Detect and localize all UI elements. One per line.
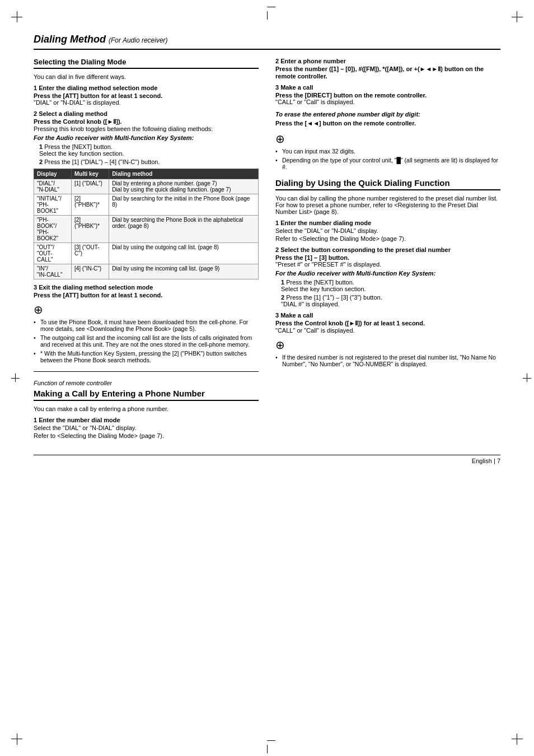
rc-section1-notes: You can input max 32 digits. Depending o… <box>275 148 500 170</box>
function-label: Function of remote controller <box>34 380 259 386</box>
rc-step-2: 2 Enter a phone number Press the number … <box>275 58 500 80</box>
right-column: 2 Enter a phone number Press the number … <box>275 58 500 444</box>
rc-section2-heading: Dialing by Using the Quick Dialing Funct… <box>275 178 500 190</box>
table-cell-method-1: Dial by entering a phone number. (page 7… <box>109 179 259 194</box>
rc-s2-step1-num: 1 <box>275 220 280 226</box>
rc-step2-title: Enter a phone number <box>280 58 346 64</box>
rc-s2-step2-num: 2 <box>275 246 280 253</box>
s2-step1-title: Enter the number dial mode <box>39 417 120 423</box>
table-header-method: Dialing method <box>109 169 259 179</box>
page-number: English | 7 <box>472 458 500 464</box>
rc-s2-step1-desc: Select the "DIAL" or "N-DIAL" display. <box>275 227 500 234</box>
note-item-1: To use the Phone Book, it must have been… <box>34 319 259 332</box>
step1-number: 1 <box>34 85 39 91</box>
step1-title: Enter the dialing method selection mode <box>39 85 157 91</box>
page-title: Dialing Method (For Audio receiver) <box>34 34 500 50</box>
rc-sub-2-2-num: 2 <box>281 294 286 301</box>
step1-quote: "DIAL" or "N-DIAL" is displayed. <box>34 99 121 106</box>
table-cell-display-1: "DIAL"/"N-DIAL" <box>34 179 72 194</box>
divider-1 <box>34 371 259 372</box>
table-row: "OUT"/"OUT-CALL" [3] ("OUT-C") Dial by u… <box>34 243 259 264</box>
sub-step-2-1-num: 1 <box>39 143 44 150</box>
step3-title: Exit the dialing method selection mode <box>39 284 153 291</box>
rc-step3-quote: "CALL" or "Call" is displayed. <box>275 99 355 105</box>
rc-s2-step3-action: Press the Control knob ([►Ⅱ]) for at lea… <box>275 320 500 327</box>
rc-sub-step-2-1: 1 Press the [NEXT] button. Select the ke… <box>281 279 500 292</box>
rc-s2-step2-substeps: 1 Press the [NEXT] button. Select the ke… <box>281 279 500 307</box>
note-icon-1: ⊕ <box>34 303 259 316</box>
table-cell-key-2: [2]("PHBK")* <box>71 194 109 216</box>
table-cell-key-5: [4] ("IN-C") <box>71 264 109 279</box>
rc-s2-step3-num: 3 <box>275 312 280 319</box>
step2-desc: Pressing this knob toggles between the f… <box>34 125 213 132</box>
erase-section: To erase the entered phone number digit … <box>275 111 500 127</box>
rc-note-1: You can input max 32 digits. <box>275 148 500 155</box>
section2-step-1: 1 Enter the number dial mode Select the … <box>34 417 259 439</box>
sub-step-2-1-desc: Select the key function section. <box>39 150 124 157</box>
step-3: 3 Exit the dialing method selection mode… <box>34 284 259 298</box>
note-icon-2: ⊕ <box>275 132 500 146</box>
left-column: Selecting the Dialing Mode You can dial … <box>34 58 259 444</box>
sub-step-2-1: 1 Press the [NEXT] button. Select the ke… <box>39 143 259 157</box>
rc-sub-step-2-2: 2 Press the [1] ("1") – [3] ("3") button… <box>281 294 500 307</box>
s2-step1-desc: Select the "DIAL" or "N-DIAL" display. <box>34 424 259 431</box>
step3-action: Press the [ATT] button for at least 1 se… <box>34 292 259 298</box>
table-header-display: Display <box>34 169 72 179</box>
table-row: "PH-BOOK"/"PH-BOOK2" [2]("PHBK")* Dial b… <box>34 216 259 243</box>
table-cell-method-3: Dial by searching the Phone Book in the … <box>109 216 259 243</box>
rc-s2-step2-quote: "Preset #" or "PRESET #" is displayed. <box>275 261 381 268</box>
note-item-3: * With the Multi-function Key System, pr… <box>34 350 259 363</box>
rc-section2-intro: You can dial by calling the phone number… <box>275 195 500 215</box>
step2-multi-note: For the Audio receiver with Multi-functi… <box>34 134 259 141</box>
title-subtitle: (For Audio receiver) <box>109 36 168 44</box>
erase-action: Press the [◄◄] button on the remote cont… <box>275 120 500 127</box>
rc-s2-step2-title: Select the button corresponding to the p… <box>280 246 451 253</box>
rc-s2-step3-quote: "CALL" or "Call" is displayed. <box>275 327 355 334</box>
sub-step-2-1-label: Press the [NEXT] button. <box>44 143 113 150</box>
note-icon-3: ⊕ <box>275 338 500 352</box>
rc-sub-2-1-label: Press the [NEXT] button. <box>286 279 354 286</box>
sub-step-2-2-num: 2 <box>39 158 44 165</box>
rc-s2-step1-title: Enter the number dialing mode <box>280 220 371 226</box>
table-row: "IN"/"IN-CALL" [4] ("IN-C") Dial by usin… <box>34 264 259 279</box>
section1-intro: You can dial in five different ways. <box>34 73 259 80</box>
rc-step-3: 3 Make a call Press the [DIRECT] button … <box>275 84 500 105</box>
section1-notes: To use the Phone Book, it must have been… <box>34 319 259 363</box>
table-cell-method-5: Dial by using the incoming call list. (p… <box>109 264 259 279</box>
table-cell-display-2: "INITIAL"/"PH-BOOK1" <box>34 194 72 216</box>
table-row: "INITIAL"/"PH-BOOK1" [2]("PHBK")* Dial b… <box>34 194 259 216</box>
sub-step-2-2: 2 Press the [1] ("DIAL") – [4] ("IN-C") … <box>39 158 259 165</box>
table-cell-method-4: Dial by using the outgoing call list. (p… <box>109 243 259 264</box>
section1-heading: Selecting the Dialing Mode <box>34 58 259 69</box>
rc-sub-2-2-label: Press the [1] ("1") – [3] ("3") button. <box>286 294 382 301</box>
dialing-table: Display Multi key Dialing method "DIAL"/… <box>34 169 259 279</box>
rc-s2-step1-ref: Refer to <Selecting the Dialing Mode> (p… <box>275 235 500 242</box>
rc-s2-note-1: If the desired number is not registered … <box>275 354 500 367</box>
table-cell-method-2: Dial by searching for the initial in the… <box>109 194 259 216</box>
step-2: 2 Select a dialing method Press the Cont… <box>34 110 259 279</box>
table-row: "DIAL"/"N-DIAL" [1] ("DIAL") Dial by ent… <box>34 179 259 194</box>
rc-step2-action: Press the number ([1] – [0]), #([FM]), *… <box>275 66 500 80</box>
rc-s2-step1: 1 Enter the number dialing mode Select t… <box>275 220 500 242</box>
two-col-layout: Selecting the Dialing Mode You can dial … <box>34 58 500 444</box>
rc-sub-2-1-num: 1 <box>281 279 286 286</box>
rc-section2-heading-text: Dialing by Using the Quick Dialing Funct… <box>275 178 450 188</box>
step2-title: Select a dialing method <box>39 110 107 117</box>
rc-step3-title: Make a call <box>280 84 313 91</box>
rc-step3-action: Press the [DIRECT] button on the remote … <box>275 92 500 99</box>
page-footer: English | 7 <box>34 455 500 464</box>
s2-step1-number: 1 <box>34 417 39 423</box>
page: Dialing Method (For Audio receiver) Sele… <box>0 0 534 756</box>
table-header-multikey: Multi key <box>71 169 109 179</box>
table-cell-key-4: [3] ("OUT-C") <box>71 243 109 264</box>
table-cell-key-1: [1] ("DIAL") <box>71 179 109 194</box>
step1-action: Press the [ATT] button for at least 1 se… <box>34 92 259 99</box>
note-item-2: The outgoing call list and the incoming … <box>34 334 259 348</box>
table-cell-display-4: "OUT"/"OUT-CALL" <box>34 243 72 264</box>
rc-sub-2-1-desc: Select the key function section. <box>281 286 366 292</box>
title-main: Dialing Method <box>34 34 106 45</box>
rc-sub-2-2-quote: "DIAL #" is displayed. <box>281 301 340 307</box>
rc-step2-number: 2 <box>275 58 280 64</box>
table-cell-display-3: "PH-BOOK"/"PH-BOOK2" <box>34 216 72 243</box>
rc-s2-step3-title: Make a call <box>280 312 313 319</box>
